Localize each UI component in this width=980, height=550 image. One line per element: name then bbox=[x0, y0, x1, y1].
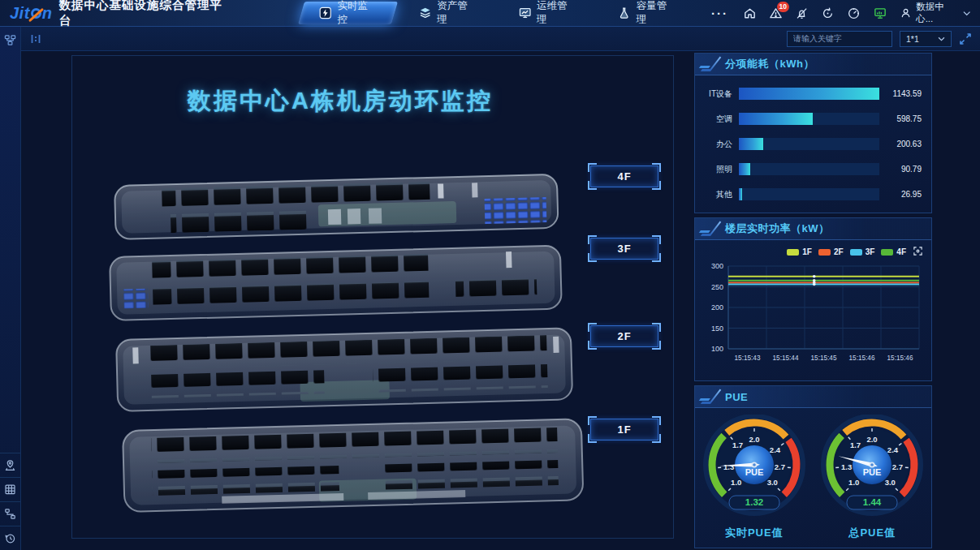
svg-text:200: 200 bbox=[711, 303, 723, 312]
energy-bar-fill bbox=[739, 88, 879, 100]
energy-bar-fill bbox=[739, 113, 813, 125]
legend-label: 4F bbox=[896, 247, 906, 256]
app-title: 数据中心基础设施综合管理平台 bbox=[59, 0, 232, 28]
pue-gauge-1: 1.01.31.72.02.42.73.0PUE1.44总PUE值 bbox=[817, 415, 927, 540]
topbar-actions: 10 数据中心... bbox=[743, 0, 980, 26]
energy-breakdown-panel: 分项能耗（kWh） IT设备1143.59空调598.75办公200.63照明9… bbox=[694, 53, 932, 213]
kvm-monitor-icon[interactable] bbox=[873, 6, 887, 20]
header-deco-icon bbox=[700, 230, 711, 236]
chart-restore-icon[interactable] bbox=[913, 245, 923, 260]
alarm-icon[interactable]: 10 bbox=[769, 6, 783, 20]
panel-header: 楼层实时功率（kW） bbox=[695, 218, 931, 240]
alarm-count-badge: 10 bbox=[777, 2, 789, 12]
legend-swatch bbox=[850, 249, 862, 256]
main-nav: 实时监控 资产管理 运维管理 容量管理 ··· bbox=[298, 0, 743, 26]
floor-power-line-chart: 30025020015010015:15:4315:15:4415:15:451… bbox=[695, 258, 931, 372]
nav-item-operations[interactable]: 运维管理 bbox=[498, 0, 598, 26]
nav-item-realtime-monitor[interactable]: 实时监控 bbox=[298, 0, 398, 26]
top-navigation-bar: Jitn 数据中心基础设施综合管理平台 实时监控 资产管理 运维管理 容量管理 … bbox=[0, 0, 980, 27]
gauge-title: 实时PUE值 bbox=[699, 526, 809, 540]
panel-header: PUE bbox=[695, 386, 931, 408]
legend-item-2f[interactable]: 2F bbox=[818, 247, 844, 256]
user-name: 数据中心... bbox=[916, 1, 958, 25]
mute-bell-icon[interactable] bbox=[795, 6, 809, 20]
gauge-value: 1.32 bbox=[745, 497, 763, 507]
history-clock-icon[interactable] bbox=[0, 526, 20, 550]
machine-room-3d-view[interactable]: 数据中心A栋机房动环监控 bbox=[71, 55, 674, 539]
brand: Jitn 数据中心基础设施综合管理平台 bbox=[0, 0, 241, 26]
gauge-center-label: PUE bbox=[863, 467, 882, 477]
floor-button-3f[interactable]: 3F bbox=[590, 238, 658, 260]
floor-button-1f[interactable]: 1F bbox=[590, 419, 658, 440]
nav-item-capacity[interactable]: 容量管理 bbox=[597, 0, 697, 26]
energy-value: 1143.59 bbox=[879, 89, 922, 98]
svg-text:1.3: 1.3 bbox=[841, 462, 852, 471]
svg-text:150: 150 bbox=[711, 324, 723, 333]
svg-text:15:15:46: 15:15:46 bbox=[887, 354, 913, 362]
logo-swoosh-icon bbox=[31, 8, 41, 19]
legend-item-3f[interactable]: 3F bbox=[850, 247, 875, 256]
energy-value: 26.95 bbox=[879, 190, 922, 199]
monitor-chart-icon bbox=[519, 6, 531, 19]
legend-swatch bbox=[787, 249, 799, 256]
gauge-icon[interactable] bbox=[847, 6, 861, 20]
energy-row: 其他26.95 bbox=[703, 188, 922, 200]
svg-text:2.4: 2.4 bbox=[887, 445, 899, 454]
svg-text:15:15:45: 15:15:45 bbox=[811, 354, 837, 362]
energy-row: 照明90.79 bbox=[703, 163, 922, 175]
energy-value: 200.63 bbox=[879, 140, 922, 148]
svg-text:1.7: 1.7 bbox=[732, 440, 743, 449]
scene-title: 数据中心A栋机房动环监控 bbox=[72, 85, 673, 118]
svg-text:3.0: 3.0 bbox=[766, 478, 777, 487]
energy-value: 90.79 bbox=[879, 165, 922, 174]
svg-text:300: 300 bbox=[711, 262, 723, 270]
pue-gauges: 1.01.31.72.02.42.73.0PUE1.32实时PUE值1.01.3… bbox=[695, 408, 931, 540]
layout-columns-icon[interactable] bbox=[29, 32, 42, 45]
energy-category-label: 办公 bbox=[703, 139, 739, 150]
sync-icon[interactable] bbox=[821, 6, 835, 20]
energy-row: 空调598.75 bbox=[703, 113, 922, 125]
legend-label: 3F bbox=[866, 247, 875, 256]
home-icon[interactable] bbox=[743, 6, 757, 20]
header-deco-icon bbox=[700, 66, 711, 71]
view-toolbar: 1*1 bbox=[21, 27, 980, 51]
floor-button-4f[interactable]: 4F bbox=[590, 165, 658, 187]
chevron-down-icon bbox=[938, 37, 945, 41]
svg-text:2.0: 2.0 bbox=[867, 435, 878, 444]
energy-bar-track bbox=[739, 113, 879, 125]
device-tree-icon[interactable] bbox=[4, 34, 16, 49]
svg-text:1.3: 1.3 bbox=[723, 462, 734, 471]
svg-text:15:15:43: 15:15:43 bbox=[735, 354, 761, 362]
energy-bar-fill bbox=[739, 138, 763, 150]
legend-swatch bbox=[881, 249, 893, 256]
svg-text:2.4: 2.4 bbox=[770, 445, 781, 454]
map-location-icon[interactable] bbox=[0, 453, 20, 477]
nav-more-button[interactable]: ··· bbox=[697, 0, 743, 26]
nav-item-assets[interactable]: 资产管理 bbox=[398, 0, 498, 26]
search-input[interactable] bbox=[787, 31, 892, 47]
building-3d-model[interactable] bbox=[105, 135, 641, 525]
panel-header: 分项能耗（kWh） bbox=[695, 54, 931, 75]
lightning-icon bbox=[319, 6, 331, 19]
flow-topology-icon[interactable] bbox=[0, 501, 20, 526]
legend-swatch bbox=[818, 249, 831, 256]
fullscreen-expand-icon[interactable] bbox=[959, 32, 972, 45]
energy-category-label: 照明 bbox=[703, 164, 739, 175]
svg-text:1.0: 1.0 bbox=[731, 478, 741, 487]
line-chart-legend: 1F2F3F4F bbox=[695, 240, 931, 258]
svg-text:15:15:46: 15:15:46 bbox=[849, 354, 875, 362]
svg-text:250: 250 bbox=[711, 283, 723, 291]
legend-item-4f[interactable]: 4F bbox=[881, 247, 906, 256]
energy-category-label: 空调 bbox=[703, 114, 739, 125]
rack-grid-icon[interactable] bbox=[0, 477, 20, 501]
user-menu[interactable]: 数据中心... bbox=[900, 1, 970, 25]
legend-item-1f[interactable]: 1F bbox=[787, 247, 812, 256]
energy-bar-track bbox=[739, 138, 879, 150]
svg-text:2.0: 2.0 bbox=[749, 435, 759, 444]
header-deco-icon bbox=[700, 398, 711, 404]
floor-button-2f[interactable]: 2F bbox=[590, 325, 658, 347]
energy-bar-fill bbox=[739, 188, 742, 200]
grid-layout-select[interactable]: 1*1 bbox=[900, 31, 952, 47]
energy-row: 办公200.63 bbox=[703, 138, 922, 150]
svg-text:1.7: 1.7 bbox=[850, 440, 861, 449]
